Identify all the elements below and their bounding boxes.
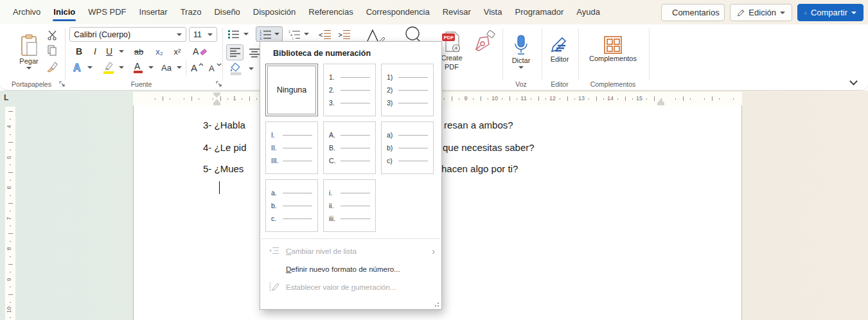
change-case-options-button[interactable] <box>175 63 184 72</box>
shading-options-button[interactable] <box>247 64 256 73</box>
tab-diseno[interactable]: Diseño <box>208 0 246 24</box>
create-pdf-button[interactable]: PDF CreatePDF <box>438 27 465 76</box>
font-color-button[interactable]: A <box>130 60 146 75</box>
tab-vista[interactable]: Vista <box>477 0 509 24</box>
subscript-label: x₂ <box>155 47 163 57</box>
numbering-tile-a[interactable]: a)b)c) <box>381 121 434 174</box>
cut-button[interactable] <box>45 30 59 41</box>
font-color-options-button[interactable] <box>146 63 155 72</box>
decrease-indent-icon <box>319 29 332 39</box>
menu-item-definir-nuevo-formato-de-n-m[interactable]: Definir nuevo formato de número... <box>260 260 441 278</box>
clear-formatting-button[interactable]: A <box>190 45 209 58</box>
numbering-tile-1[interactable]: 1)2)3) <box>381 64 434 116</box>
tab-correspondencia[interactable]: Correspondencia <box>360 0 436 24</box>
tab-inicio[interactable]: Inicio <box>47 0 82 24</box>
format-painter-button[interactable] <box>45 60 59 73</box>
grow-font-button[interactable]: A <box>189 60 206 75</box>
font-name-select[interactable]: Calibri (Cuerpo) <box>69 27 186 42</box>
align-left-button[interactable] <box>226 44 244 60</box>
font-dialog-launcher-icon[interactable] <box>216 81 222 87</box>
text-effects-icon: A <box>72 62 84 73</box>
strikethrough-label: ab <box>134 47 143 57</box>
numbering-tile-a[interactable]: a.b.c. <box>265 179 318 232</box>
bullets-button[interactable] <box>226 28 240 40</box>
numbering-tile-I[interactable]: I.II.III. <box>265 121 318 174</box>
font-size-select[interactable]: 11 <box>189 27 217 42</box>
tab-referencias[interactable]: Referencias <box>302 0 359 24</box>
numbering-tile-1[interactable]: 1.2.3. <box>323 64 376 116</box>
highlight-color-button[interactable] <box>101 60 116 75</box>
tab-programador[interactable]: Programador <box>508 0 570 24</box>
addins-group-label: Complementos <box>581 80 644 88</box>
document-line-right-fragment: resan a ambos? <box>444 120 513 130</box>
dictate-button[interactable]: Dictar <box>506 27 536 76</box>
tab-ayuda[interactable]: Ayuda <box>570 0 607 24</box>
menu-item-cambiar-nivel-de-lista[interactable]: Cambiar nivel de lista› <box>260 242 441 260</box>
underline-button[interactable]: U <box>103 45 116 58</box>
document-line-right-fragment: que necesitas saber? <box>443 142 535 153</box>
bullets-options-button[interactable] <box>242 30 250 39</box>
tab-stop-selector[interactable]: L <box>4 93 8 102</box>
editing-mode-button[interactable]: Edición <box>730 4 792 21</box>
numbering-tile-A[interactable]: A.B.C. <box>323 121 376 174</box>
copy-button[interactable] <box>45 44 59 56</box>
text-effects-button[interactable]: A <box>71 60 85 75</box>
addins-button[interactable]: Complementos <box>581 27 644 71</box>
subscript-button[interactable]: x₂ <box>152 45 167 58</box>
italic-label: I <box>94 46 96 57</box>
tile-row: B. <box>329 144 370 152</box>
chevron-down-icon <box>304 33 309 35</box>
tab-wps-pdf[interactable]: WPS PDF <box>82 0 132 24</box>
highlight-options-button[interactable] <box>117 63 126 72</box>
resize-grip[interactable] <box>432 300 439 307</box>
editor-button[interactable]: Editor <box>545 27 574 71</box>
multilevel-list-button[interactable]: 1ai <box>287 28 301 40</box>
increase-indent-button[interactable] <box>337 28 352 40</box>
tile-row: 2. <box>329 86 370 94</box>
document-line-left-fragment: 4- ¿Le pid <box>203 142 247 153</box>
multilevel-options-button[interactable] <box>302 30 310 39</box>
set-value-icon: 123 <box>269 281 281 292</box>
tile-row: c) <box>387 157 428 164</box>
shading-button[interactable] <box>227 62 244 76</box>
pencil-icon <box>737 8 745 17</box>
tile-row: 3) <box>387 99 428 107</box>
paste-button[interactable]: Pegar <box>14 27 44 76</box>
h-ruler-number: 12 <box>549 95 556 102</box>
align-center-icon <box>249 48 260 58</box>
h-ruler-number: 1 <box>231 95 238 102</box>
editing-button-label: Edición <box>748 8 776 17</box>
editor-group-label: Editor <box>544 80 576 88</box>
collapse-ribbon-button[interactable] <box>849 77 858 85</box>
tab-archivo[interactable]: Archivo <box>6 0 47 24</box>
change-case-button[interactable]: Aa <box>158 60 175 75</box>
numbering-tile-none[interactable]: Ninguna <box>265 64 318 116</box>
share-button[interactable]: Compartir <box>797 4 864 21</box>
numbering-button[interactable]: 123 <box>256 26 283 42</box>
numbering-tile-i[interactable]: i.ii.iii. <box>323 179 376 232</box>
share-button-label: Compartir <box>811 8 847 17</box>
superscript-button[interactable]: x² <box>170 45 185 58</box>
underline-options-button[interactable] <box>117 46 126 57</box>
decrease-indent-button[interactable] <box>317 28 333 40</box>
tab-revisar[interactable]: Revisar <box>436 0 477 24</box>
comments-button[interactable]: Comentarios <box>661 4 725 21</box>
signature-pen-button[interactable] <box>472 30 497 54</box>
tab-disposicion[interactable]: Disposición <box>247 0 302 24</box>
clipboard-dialog-launcher-icon[interactable] <box>59 81 66 87</box>
strikethrough-button[interactable]: ab <box>130 45 147 58</box>
underline-label: U <box>106 46 112 57</box>
document-line-left-fragment: 5- ¿Mues <box>203 163 244 174</box>
first-line-indent-marker[interactable] <box>213 93 220 98</box>
tab-insertar[interactable]: Insertar <box>133 0 174 24</box>
bold-button[interactable]: B <box>72 45 86 58</box>
menu-item-numeraci-n-[interactable]: 123Establecer valor de numeración... <box>260 278 441 296</box>
tile-row: c. <box>271 215 312 222</box>
bold-label: B <box>76 46 82 57</box>
italic-button[interactable]: I <box>89 45 101 58</box>
text-effects-options-button[interactable] <box>85 63 94 72</box>
paste-button-label: Pegar <box>19 57 38 65</box>
shrink-font-button[interactable]: A <box>207 60 224 75</box>
tab-trazo[interactable]: Trazo <box>174 0 208 24</box>
chevron-down-icon <box>518 66 524 69</box>
